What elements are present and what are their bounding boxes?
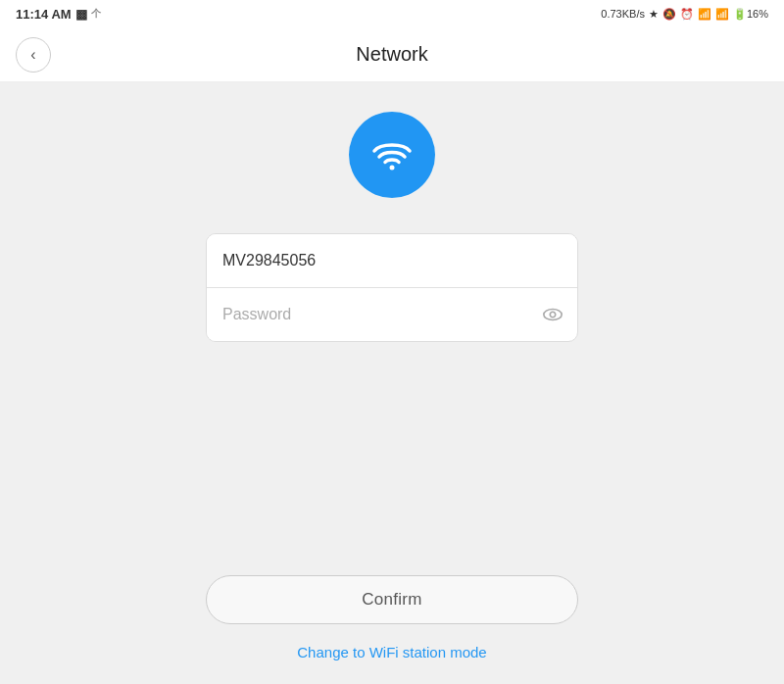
status-time: 11:14 AM ▩ 个 xyxy=(16,7,101,22)
confirm-button[interactable]: Confirm xyxy=(206,575,578,624)
network-speed: 0.73KB/s xyxy=(601,8,645,20)
ssid-input[interactable] xyxy=(207,234,577,287)
password-wrapper xyxy=(207,288,577,341)
volume-icon: 🔕 xyxy=(662,8,676,21)
wifi-station-link[interactable]: Change to WiFi station mode xyxy=(293,640,490,664)
form-card xyxy=(206,233,578,342)
bluetooth-icon: ★ xyxy=(649,8,659,21)
status-bar: 11:14 AM ▩ 个 0.73KB/s ★ 🔕 ⏰ 📶 📶 🔋16% xyxy=(0,0,784,27)
battery-icon: 🔋16% xyxy=(733,8,768,21)
bottom-section: Confirm Change to WiFi station mode xyxy=(206,575,578,664)
password-input[interactable] xyxy=(207,288,528,341)
svg-point-0 xyxy=(390,166,395,171)
back-chevron-icon: ‹ xyxy=(30,46,35,64)
svg-point-1 xyxy=(544,310,562,320)
header: ‹ Network xyxy=(0,27,784,82)
svg-point-2 xyxy=(550,312,556,318)
eye-icon[interactable] xyxy=(528,304,577,325)
main-content: Confirm Change to WiFi station mode xyxy=(0,82,784,684)
page-title: Network xyxy=(356,43,427,66)
status-right: 0.73KB/s ★ 🔕 ⏰ 📶 📶 🔋16% xyxy=(601,8,768,21)
message-icon: ▩ xyxy=(75,7,87,22)
extra-icons: 个 xyxy=(91,7,101,21)
wifi-icon-circle xyxy=(349,112,435,198)
back-button[interactable]: ‹ xyxy=(16,37,51,73)
signal-icon: 📶 xyxy=(698,8,711,21)
alarm-icon: ⏰ xyxy=(680,8,694,21)
wifi-status-icon: 📶 xyxy=(715,8,729,21)
wifi-icon xyxy=(367,129,417,180)
